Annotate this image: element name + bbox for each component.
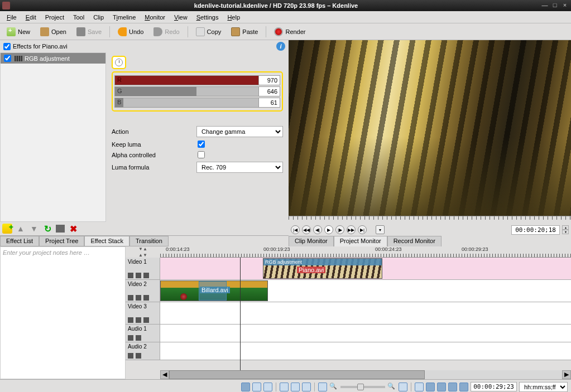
action-select[interactable]: Change gamma	[196, 126, 283, 137]
maximize-button[interactable]: □	[551, 2, 559, 9]
track-body-v2[interactable]: Billard.avi	[160, 280, 571, 302]
effect-item-rgb[interactable]: RGB adjustment	[1, 53, 105, 64]
mode-insert-icon[interactable]	[302, 383, 311, 391]
goto-end-button[interactable]: ▶|	[358, 225, 367, 234]
tab-project-monitor[interactable]: Project Monitor	[334, 236, 387, 247]
monitor-timecode[interactable]: 00:00:20;18	[511, 225, 560, 235]
show-markers-icon[interactable]	[448, 383, 457, 391]
clip-billard[interactable]: Billard.avi	[160, 280, 268, 301]
tab-effect-stack[interactable]: Effect Stack	[84, 236, 129, 246]
timecode-format-select[interactable]: hh:mm:ss;ff	[519, 382, 568, 392]
lock-icon[interactable]	[128, 295, 133, 301]
menu-edit[interactable]: Edit	[21, 13, 41, 22]
move-down-button[interactable]: ▼	[29, 224, 39, 234]
zoom-out-icon[interactable]: 🔍	[329, 383, 338, 391]
lock-icon[interactable]	[128, 335, 133, 341]
hide-icon[interactable]	[143, 273, 149, 278]
next-frame-button[interactable]: |▶	[335, 225, 344, 234]
slider-r[interactable]: R 970	[114, 75, 280, 85]
play-button[interactable]: ▶	[324, 225, 333, 234]
menu-file[interactable]: File	[2, 13, 21, 22]
save-effect-button[interactable]	[56, 225, 65, 233]
ruler-zoom-buttons[interactable]: ▼▲▲▼	[126, 246, 160, 258]
menu-monitor[interactable]: Monitor	[140, 13, 170, 22]
mute-icon[interactable]	[136, 273, 141, 278]
slider-b[interactable]: B 61	[114, 98, 280, 108]
paste-button[interactable]: Paste	[227, 26, 262, 38]
menu-timeline[interactable]: Timeline	[108, 13, 140, 22]
tool-razor-icon[interactable]	[252, 383, 261, 391]
mute-icon[interactable]	[136, 335, 141, 341]
prev-frame-button[interactable]: ◀|	[313, 225, 322, 234]
slider-g-value[interactable]: 646	[259, 86, 280, 96]
menu-project[interactable]: Project	[41, 13, 69, 22]
lock-icon[interactable]	[128, 353, 133, 359]
zoom-in-icon[interactable]: 🔍	[387, 383, 396, 391]
track-body-v3[interactable]	[160, 302, 571, 324]
show-audio-thumbs-icon[interactable]	[437, 383, 446, 391]
slider-b-value[interactable]: 61	[259, 98, 280, 108]
track-head-v3[interactable]: Video 3	[126, 302, 160, 324]
keyframe-toggle[interactable]	[112, 56, 126, 69]
fit-zoom-icon[interactable]	[399, 383, 407, 391]
menu-help[interactable]: Help	[223, 13, 244, 22]
luma-formula-select[interactable]: Rec. 709	[196, 162, 283, 173]
timeline-ruler[interactable]: 0:00:14:23 00:00:19:23 00:00:24:23 00:00…	[160, 246, 571, 258]
auto-transition-icon[interactable]	[459, 383, 468, 391]
hide-icon[interactable]	[143, 317, 149, 323]
track-head-a1[interactable]: Audio 1	[126, 325, 160, 342]
mute-icon[interactable]	[136, 295, 141, 301]
scroll-left-button[interactable]: ◀	[160, 370, 169, 379]
keep-luma-checkbox[interactable]	[198, 141, 205, 148]
snap-icon[interactable]	[415, 383, 424, 391]
track-head-a2[interactable]: Audio 2	[126, 342, 160, 360]
reset-effect-button[interactable]: ↻	[42, 224, 52, 234]
copy-button[interactable]: Copy	[191, 26, 226, 38]
track-head-v2[interactable]: Video 2	[126, 280, 160, 302]
clip-piano[interactable]: RGB adjustment Piano.avi	[263, 258, 382, 279]
track-body-a2[interactable]	[160, 342, 571, 360]
close-button[interactable]: ×	[561, 2, 569, 9]
menu-view[interactable]: View	[170, 13, 192, 22]
mute-icon[interactable]	[136, 317, 141, 323]
mode-normal-icon[interactable]	[280, 383, 289, 391]
zone-button[interactable]: ▾	[376, 225, 385, 234]
tab-record-monitor[interactable]: Record Monitor	[387, 236, 442, 247]
scroll-right-button[interactable]: ▶	[562, 370, 571, 379]
mode-overwrite-icon[interactable]	[291, 383, 300, 391]
open-button[interactable]: Open	[36, 26, 71, 38]
tool-spacer-icon[interactable]	[263, 383, 272, 391]
menu-clip[interactable]: Clip	[89, 13, 108, 22]
save-button[interactable]: Save	[72, 26, 106, 38]
tab-transition[interactable]: Transition	[129, 236, 169, 246]
add-effect-button[interactable]	[2, 224, 12, 234]
rewind-button[interactable]: ◀◀	[302, 225, 311, 234]
monitor-ruler[interactable]	[289, 216, 571, 224]
delete-effect-button[interactable]: ✖	[68, 224, 78, 234]
tab-clip-monitor[interactable]: Clip Monitor	[289, 236, 334, 247]
new-button[interactable]: New	[2, 26, 35, 38]
effects-enabled-checkbox[interactable]	[3, 43, 11, 50]
menu-settings[interactable]: Settings	[192, 13, 223, 22]
thumbnails-icon[interactable]	[318, 383, 327, 391]
render-button[interactable]: Render	[270, 26, 310, 38]
show-video-thumbs-icon[interactable]	[426, 383, 435, 391]
slider-g[interactable]: G 646	[114, 86, 280, 96]
redo-button[interactable]: Redo	[149, 26, 184, 38]
minimize-button[interactable]: —	[541, 2, 549, 9]
playhead[interactable]	[240, 258, 241, 370]
info-icon[interactable]: i	[276, 42, 285, 51]
tab-effect-list[interactable]: Effect List	[0, 236, 39, 246]
project-notes[interactable]: Enter your project notes here …	[0, 246, 126, 379]
undo-button[interactable]: Undo	[113, 26, 148, 38]
tab-project-tree[interactable]: Project Tree	[39, 236, 84, 246]
effect-item-checkbox[interactable]	[4, 55, 11, 62]
forward-button[interactable]: ▶▶	[347, 225, 356, 234]
zoom-slider[interactable]	[340, 386, 385, 388]
track-body-a1[interactable]	[160, 325, 571, 342]
slider-r-value[interactable]: 970	[259, 75, 280, 85]
timeline-scrollbar[interactable]: ◀ ▶	[126, 370, 571, 379]
lock-icon[interactable]	[128, 273, 133, 278]
menu-tool[interactable]: Tool	[69, 13, 89, 22]
scrollbar-thumb[interactable]	[169, 370, 425, 379]
